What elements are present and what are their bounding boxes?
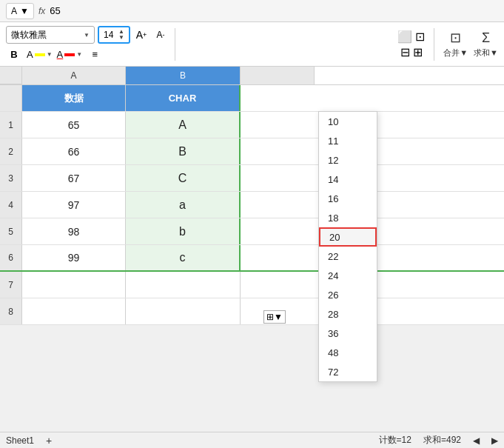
scroll-right-btn[interactable]: ▶ [491, 435, 498, 446]
bold-button[interactable]: B [6, 46, 22, 62]
font-size-arrows: ▲ ▼ [118, 29, 124, 41]
font-size-item-10[interactable]: 10 [319, 112, 377, 131]
ribbon-divider-1 [175, 28, 175, 61]
formula-icon: fx [38, 6, 45, 16]
header-cell-a[interactable]: 数据 [22, 85, 126, 111]
cell-a-8[interactable] [22, 298, 126, 324]
row-num-2: 2 [0, 138, 22, 164]
cell-b-7[interactable] [126, 272, 241, 298]
border-left-icon[interactable]: ⊟ [400, 45, 410, 59]
font-size-item-22[interactable]: 22 [319, 247, 377, 266]
col-header-a[interactable]: A [22, 67, 126, 84]
cell-b-4[interactable]: a [126, 192, 241, 218]
header-cell-b[interactable]: CHAR [126, 85, 241, 111]
cell-a-7[interactable] [22, 272, 126, 298]
header-label-b: CHAR [169, 93, 197, 104]
status-sheet-label: Sheet1 [6, 435, 34, 446]
ribbon: 微软雅黑 ▼ 14 ▲ ▼ A+ A- B A ▼ A [0, 22, 504, 67]
font-increase-button[interactable]: A+ [133, 27, 149, 43]
font-size-selector[interactable]: 14 ▲ ▼ [98, 26, 130, 44]
status-count: 计数=12 [379, 434, 411, 447]
sum-button[interactable]: Σ 求和▼ [474, 30, 498, 58]
font-size-item-20[interactable]: 20 [319, 227, 377, 247]
font-row2: B A ▼ A ▼ ≡ [6, 46, 169, 62]
cell-a-5[interactable]: 98 [22, 218, 126, 244]
table-row-empty-8: 8 [0, 298, 504, 325]
merge-icon: ⊡ [450, 30, 461, 46]
border-inner-icon[interactable]: ⊡ [415, 30, 425, 44]
table-row: 6 99 c [0, 245, 504, 272]
cell-options-icon[interactable]: ⊞▼ [263, 310, 286, 324]
highlight-icon: A [27, 49, 33, 60]
col-header-b[interactable]: B [126, 67, 241, 84]
ribbon-right: ⬜ ⊡ ⊟ ⊞ ⊡ 合并▼ Σ 求和▼ [397, 28, 498, 61]
font-color-button[interactable]: A ▼ [57, 46, 83, 62]
table-row: 3 67 C [0, 165, 504, 192]
cell-b-1[interactable]: A [126, 112, 241, 138]
font-size-item-18[interactable]: 18 [319, 208, 377, 227]
cell-a-3[interactable]: 67 [22, 165, 126, 191]
corner-cell [0, 67, 22, 84]
font-size-item-14[interactable]: 14 [319, 170, 377, 189]
table-row: 4 97 a [0, 192, 504, 218]
column-headers: A B [0, 67, 504, 85]
cell-b-3[interactable]: C [126, 165, 241, 191]
cell-b-6[interactable]: c [126, 245, 241, 270]
font-size-item-36[interactable]: 36 [319, 324, 377, 343]
border-outer-icon[interactable]: ⬜ [397, 30, 412, 44]
cell-a-6[interactable]: 99 [22, 245, 126, 270]
font-size-item-24[interactable]: 24 [319, 266, 377, 285]
border-icon-row2: ⊟ ⊞ [400, 45, 423, 59]
row-num-6: 6 [0, 245, 22, 270]
merge-button[interactable]: ⊡ 合并▼ [443, 30, 468, 58]
paste-options-icon[interactable]: ⊞▼ [263, 310, 286, 324]
header-row: 数据 CHAR [0, 85, 504, 112]
align-button[interactable]: ≡ [87, 46, 103, 62]
merge-label: 合并▼ [443, 47, 468, 58]
table-area: 数据 CHAR 1 65 A 2 66 B 3 67 C 4 [0, 85, 504, 325]
col-header-c[interactable] [241, 67, 315, 84]
font-size-item-16[interactable]: 16 [319, 189, 377, 208]
cell-a-4[interactable]: 97 [22, 192, 126, 218]
status-bar: Sheet1 + 计数=12 求和=492 ◀ ▶ [0, 432, 504, 448]
scroll-left-btn[interactable]: ◀ [473, 435, 480, 446]
border-icon-group: ⬜ ⊡ ⊟ ⊞ [397, 30, 425, 59]
cell-ref-arrow: ▼ [20, 6, 29, 16]
sum-icon: Σ [482, 30, 490, 46]
cell-b-2[interactable]: B [126, 138, 241, 164]
sum-label: 求和▼ [474, 47, 498, 58]
highlight-color-indicator [35, 53, 45, 56]
table-row: 2 66 B [0, 138, 504, 165]
font-size-item-72[interactable]: 72 [319, 362, 377, 381]
cell-ref-value: A [11, 6, 17, 16]
highlight-arrow[interactable]: ▼ [47, 51, 53, 58]
font-size-dropdown[interactable]: 10 11 12 14 16 18 20 22 24 26 28 36 48 7… [318, 111, 377, 382]
font-size-value: 14 [104, 30, 113, 40]
cell-a-1[interactable]: 65 [22, 112, 126, 138]
border-right-icon[interactable]: ⊞ [413, 45, 423, 59]
cell-ref-dropdown[interactable]: A ▼ [6, 3, 34, 19]
font-size-item-12[interactable]: 12 [319, 150, 377, 170]
font-size-item-11[interactable]: 11 [319, 131, 377, 150]
font-name-selector[interactable]: 微软雅黑 ▼ [6, 26, 95, 44]
table-row: 5 98 b [0, 218, 504, 245]
add-sheet-button[interactable]: + [46, 435, 52, 447]
highlight-color-button[interactable]: A ▼ [27, 46, 53, 62]
border-icon-row: ⬜ ⊡ [397, 30, 425, 44]
row-num-5: 5 [0, 218, 22, 244]
header-label-a: 数据 [64, 92, 84, 105]
font-size-item-28[interactable]: 28 [319, 304, 377, 324]
font-size-down-arrow[interactable]: ▼ [118, 35, 124, 41]
font-decrease-button[interactable]: A- [152, 27, 169, 43]
cell-b-5[interactable]: b [126, 218, 241, 244]
font-color-indicator [64, 53, 75, 56]
row-num-4: 4 [0, 192, 22, 218]
cell-b-8[interactable] [126, 298, 241, 324]
cell-a-2[interactable]: 66 [22, 138, 126, 164]
font-name-arrow: ▼ [84, 32, 90, 39]
font-size-item-26[interactable]: 26 [319, 285, 377, 304]
font-color-arrow[interactable]: ▼ [76, 51, 82, 58]
font-size-item-48[interactable]: 48 [319, 343, 377, 362]
font-name-label: 微软雅黑 [11, 29, 47, 41]
formula-input[interactable] [50, 5, 498, 16]
